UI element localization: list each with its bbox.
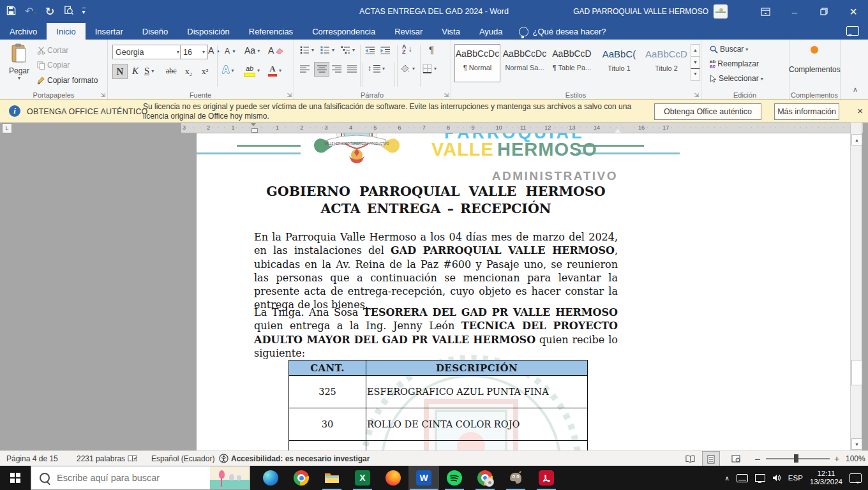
document-paragraph-1[interactable]: En la Parroquia Valle Hermoso a los 04 d… [254, 230, 618, 312]
close-button[interactable]: × [839, 0, 868, 23]
notification-center-icon[interactable] [849, 473, 862, 483]
document-paragraph-2[interactable]: La Tnlga. Ana Sosa TESORERA DEL GAD PR V… [254, 306, 618, 360]
avatar[interactable] [714, 4, 728, 19]
multilevel-list-button[interactable]: ▾ [341, 46, 355, 54]
tab-insertar[interactable]: Insertar [86, 23, 133, 40]
word-count[interactable]: 2231 palabras [77, 451, 125, 466]
ruler-strip[interactable]: 32112345678910111213141617 [181, 123, 863, 133]
align-left-button[interactable] [300, 64, 310, 76]
increase-indent-button[interactable] [380, 46, 391, 57]
zoom-in-button[interactable]: + [834, 451, 839, 466]
taskbar-spotify[interactable] [439, 466, 470, 490]
numbering-button[interactable]: ▾ [320, 46, 334, 54]
font-dialog-launcher[interactable]: ⇲ [287, 92, 292, 98]
format-painter-button[interactable]: Copiar formato [37, 76, 98, 85]
superscript-button[interactable]: x² [202, 66, 208, 77]
items-table[interactable]: CANT. DESCRIPCIÓN 325 ESFEROGRAFICO AZUL… [288, 360, 588, 450]
customize-qat-icon[interactable]: ▾ [82, 8, 86, 15]
replace-button[interactable]: ab ac Reemplazar [710, 59, 759, 68]
scrollbar-thumb[interactable] [851, 360, 862, 385]
tray-language[interactable]: ESP [788, 474, 803, 482]
taskbar-gimp[interactable] [500, 466, 531, 490]
tab-diseno[interactable]: Diseño [133, 23, 177, 40]
clipboard-dialog-launcher[interactable]: ⇲ [100, 92, 105, 98]
paste-button[interactable]: Pegar ▾ [6, 43, 32, 81]
cut-button[interactable]: Cortar [37, 46, 68, 55]
strikethrough-button[interactable]: abc [166, 66, 177, 76]
restore-button[interactable] [809, 0, 839, 23]
underline-button[interactable]: S ▾ [144, 66, 154, 77]
account-info[interactable]: GAD PARROQUIAL VALLE HERMOSO [573, 0, 728, 23]
tab-ayuda[interactable]: Ayuda [470, 23, 513, 40]
show-marks-button[interactable]: ¶ [429, 44, 434, 55]
taskbar-firefox[interactable] [378, 466, 408, 490]
scroll-down-arrow[interactable]: ▼ [851, 438, 862, 450]
scroll-up-arrow[interactable]: ▲ [851, 134, 862, 145]
start-button[interactable] [0, 466, 31, 490]
tell-me-box[interactable]: ¿Qué desea hacer? [513, 23, 613, 40]
styles-scroll-down[interactable]: ▼ [691, 56, 700, 69]
tab-stop-selector[interactable]: L [2, 123, 12, 133]
style-titulo-2[interactable]: AaBbCcD Titulo 2 [643, 44, 689, 82]
proofing-icon[interactable] [128, 451, 137, 466]
notice-close-icon[interactable]: × [857, 105, 863, 116]
style-table-paragraph[interactable]: AaBbCcD ¶ Table Pa... [549, 44, 595, 82]
styles-gallery-more[interactable]: ▼ [691, 68, 700, 81]
style-normal-sa[interactable]: AaBbCcDc Normal Sa... [502, 44, 548, 82]
feedback-icon[interactable] [846, 26, 859, 36]
search-input[interactable] [56, 472, 210, 484]
change-case-button[interactable]: Aa▾ [244, 45, 260, 56]
more-info-button[interactable]: Más información [774, 103, 839, 120]
taskbar-acrobat[interactable] [531, 466, 562, 490]
font-color-button[interactable]: A ▾ [268, 64, 281, 77]
tab-archivo[interactable]: Archivo [0, 23, 47, 40]
find-button[interactable]: Buscar▾ [710, 45, 748, 54]
sort-button[interactable]: AZ ↓ [402, 44, 412, 54]
document-heading-1[interactable]: GOBIERNO PARROQUIAL VALLE HERMOSO [254, 184, 618, 199]
vertical-scrollbar[interactable]: ▲ ▼ [850, 133, 862, 450]
document-heading-2[interactable]: ACTA ENTREGA – RECEPCIÓN [254, 201, 618, 216]
font-family-combo[interactable]: Georgia▾ [112, 45, 183, 59]
zoom-level[interactable]: 100% [846, 451, 865, 466]
save-icon[interactable] [6, 6, 16, 18]
indent-marker[interactable] [251, 123, 257, 133]
get-office-button[interactable]: Obtenga Office auténtico [654, 103, 761, 120]
taskbar-excel[interactable]: X [347, 466, 378, 490]
collapse-ribbon-button[interactable]: ∧ [853, 85, 858, 94]
shading-button[interactable]: ▾ [400, 64, 415, 73]
bold-button[interactable]: N [112, 64, 128, 79]
styles-scroll-up[interactable]: ▲ [691, 44, 700, 57]
taskbar-word[interactable]: W [408, 466, 439, 490]
shrink-font-button[interactable]: A▼ [225, 47, 236, 56]
read-mode-button[interactable] [682, 451, 698, 466]
style-normal[interactable]: AaBbCcDc ¶ Normal [454, 44, 500, 82]
select-button[interactable]: Seleccionar▾ [710, 74, 763, 83]
taskbar-chrome-profile[interactable] [470, 466, 500, 490]
line-spacing-button[interactable]: ↕ ▾ [368, 64, 385, 73]
volume-icon[interactable] [772, 474, 781, 482]
right-indent-marker[interactable] [615, 126, 621, 133]
undo-icon[interactable]: ↶▾ [25, 6, 36, 17]
addins-button[interactable]: Complementos [789, 45, 840, 74]
grow-font-button[interactable]: A▲ [208, 45, 220, 56]
print-preview-icon[interactable] [64, 6, 73, 18]
clear-formatting-button[interactable]: A [268, 45, 283, 56]
styles-dialog-launcher[interactable]: ⇲ [694, 92, 699, 98]
network-icon[interactable] [755, 474, 765, 482]
tray-chevron-icon[interactable]: ∧ [724, 475, 729, 482]
subscript-button[interactable]: x₂ [185, 66, 192, 77]
taskbar-search[interactable] [31, 466, 250, 490]
align-right-button[interactable] [332, 64, 341, 76]
table-row[interactable]: 325 ESFEROGRAFICO AZUL PUNTA FINA [289, 376, 588, 408]
borders-button[interactable]: ▾ [423, 64, 437, 73]
decrease-indent-button[interactable] [365, 46, 375, 57]
tab-correspondencia[interactable]: Correspondencia [303, 23, 385, 40]
document-page[interactable]: VALLE HERMOSO TURISTICO Y PRODUCTIVO PAR… [197, 133, 861, 450]
search-daily-image[interactable] [210, 466, 250, 489]
accessibility-status[interactable]: Accesibilidad: es necesario investigar [231, 451, 370, 466]
table-row[interactable]: 30 ROLLO DE CINTA COLOR ROJO [289, 408, 588, 441]
scrollbar-top-box[interactable] [850, 122, 862, 134]
tab-inicio[interactable]: Inicio [47, 23, 85, 40]
page-indicator[interactable]: Página 4 de 15 [6, 451, 58, 466]
zoom-slider-thumb[interactable] [794, 454, 798, 463]
